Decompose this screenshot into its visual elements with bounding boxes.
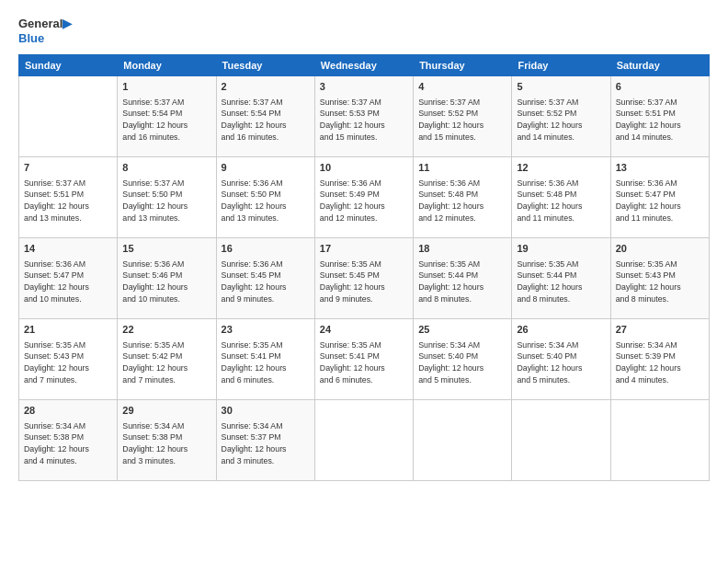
day-number: 8: [122, 161, 210, 175]
day-info: Sunrise: 5:37 AMSunset: 5:52 PMDaylight:…: [418, 97, 506, 144]
day-cell: 27Sunrise: 5:34 AMSunset: 5:39 PMDayligh…: [610, 319, 709, 400]
day-cell: 22Sunrise: 5:35 AMSunset: 5:42 PMDayligh…: [118, 319, 216, 400]
day-info: Sunrise: 5:37 AMSunset: 5:50 PMDaylight:…: [122, 178, 210, 224]
day-cell: [314, 400, 413, 481]
day-cell: 16Sunrise: 5:36 AMSunset: 5:45 PMDayligh…: [216, 238, 314, 319]
day-info: Sunrise: 5:36 AMSunset: 5:47 PMDaylight:…: [24, 259, 112, 305]
day-number: 26: [517, 323, 605, 337]
day-cell: 3Sunrise: 5:37 AMSunset: 5:53 PMDaylight…: [314, 76, 413, 157]
day-cell: 23Sunrise: 5:35 AMSunset: 5:41 PMDayligh…: [216, 319, 314, 400]
day-info: Sunrise: 5:35 AMSunset: 5:42 PMDaylight:…: [122, 339, 210, 386]
week-row-1: 1Sunrise: 5:37 AMSunset: 5:54 PMDaylight…: [19, 76, 710, 157]
day-info: Sunrise: 5:37 AMSunset: 5:51 PMDaylight:…: [616, 97, 704, 144]
day-cell: [512, 400, 610, 481]
day-number: 25: [418, 323, 506, 337]
day-number: 18: [418, 242, 506, 256]
day-info: Sunrise: 5:36 AMSunset: 5:49 PMDaylight:…: [320, 178, 408, 224]
day-info: Sunrise: 5:35 AMSunset: 5:43 PMDaylight:…: [24, 339, 112, 386]
calendar-table: SundayMondayTuesdayWednesdayThursdayFrid…: [18, 54, 710, 481]
day-cell: [19, 76, 118, 157]
day-info: Sunrise: 5:37 AMSunset: 5:51 PMDaylight:…: [24, 178, 112, 224]
day-cell: 17Sunrise: 5:35 AMSunset: 5:45 PMDayligh…: [314, 238, 413, 319]
day-number: 15: [122, 242, 210, 256]
header-cell-friday: Friday: [512, 55, 610, 76]
day-cell: 9Sunrise: 5:36 AMSunset: 5:50 PMDaylight…: [216, 157, 314, 238]
day-number: 19: [517, 242, 605, 256]
day-number: 29: [122, 404, 210, 418]
day-cell: 19Sunrise: 5:35 AMSunset: 5:44 PMDayligh…: [512, 238, 610, 319]
day-info: Sunrise: 5:36 AMSunset: 5:50 PMDaylight:…: [222, 178, 310, 224]
calendar-body: 1Sunrise: 5:37 AMSunset: 5:54 PMDaylight…: [19, 76, 710, 481]
header-cell-tuesday: Tuesday: [216, 55, 314, 76]
day-cell: 7Sunrise: 5:37 AMSunset: 5:51 PMDaylight…: [19, 157, 118, 238]
day-cell: 28Sunrise: 5:34 AMSunset: 5:38 PMDayligh…: [19, 400, 118, 481]
day-cell: [610, 400, 709, 481]
week-row-2: 7Sunrise: 5:37 AMSunset: 5:51 PMDaylight…: [19, 157, 710, 238]
week-row-3: 14Sunrise: 5:36 AMSunset: 5:47 PMDayligh…: [19, 238, 710, 319]
day-cell: 10Sunrise: 5:36 AMSunset: 5:49 PMDayligh…: [314, 157, 413, 238]
day-cell: [414, 400, 512, 481]
day-cell: 26Sunrise: 5:34 AMSunset: 5:40 PMDayligh…: [512, 319, 610, 400]
page: General▶ Blue SundayMondayTuesdayWednesd…: [0, 0, 728, 563]
day-cell: 6Sunrise: 5:37 AMSunset: 5:51 PMDaylight…: [610, 76, 709, 157]
day-info: Sunrise: 5:36 AMSunset: 5:47 PMDaylight:…: [616, 178, 704, 224]
calendar-header: SundayMondayTuesdayWednesdayThursdayFrid…: [19, 55, 710, 76]
day-cell: 14Sunrise: 5:36 AMSunset: 5:47 PMDayligh…: [19, 238, 118, 319]
day-cell: 25Sunrise: 5:34 AMSunset: 5:40 PMDayligh…: [414, 319, 512, 400]
day-info: Sunrise: 5:34 AMSunset: 5:40 PMDaylight:…: [418, 339, 506, 386]
day-info: Sunrise: 5:36 AMSunset: 5:46 PMDaylight:…: [122, 259, 210, 305]
logo-blue: Blue: [18, 31, 72, 46]
header-cell-saturday: Saturday: [610, 55, 709, 76]
day-number: 16: [222, 242, 310, 256]
day-number: 9: [222, 161, 310, 175]
day-number: 24: [320, 323, 408, 337]
day-number: 30: [222, 404, 310, 418]
day-info: Sunrise: 5:34 AMSunset: 5:40 PMDaylight:…: [517, 339, 605, 386]
header-cell-thursday: Thursday: [414, 55, 512, 76]
day-info: Sunrise: 5:35 AMSunset: 5:44 PMDaylight:…: [517, 259, 605, 305]
day-info: Sunrise: 5:35 AMSunset: 5:45 PMDaylight:…: [320, 259, 408, 305]
day-cell: 20Sunrise: 5:35 AMSunset: 5:43 PMDayligh…: [610, 238, 709, 319]
day-number: 13: [616, 161, 704, 175]
day-cell: 15Sunrise: 5:36 AMSunset: 5:46 PMDayligh…: [118, 238, 216, 319]
day-info: Sunrise: 5:35 AMSunset: 5:41 PMDaylight:…: [222, 339, 310, 386]
day-cell: 21Sunrise: 5:35 AMSunset: 5:43 PMDayligh…: [19, 319, 118, 400]
day-number: 4: [418, 80, 506, 94]
day-cell: 30Sunrise: 5:34 AMSunset: 5:37 PMDayligh…: [216, 400, 314, 481]
day-info: Sunrise: 5:37 AMSunset: 5:54 PMDaylight:…: [222, 97, 310, 144]
logo-general: General▶: [18, 17, 72, 31]
day-number: 27: [616, 323, 704, 337]
day-info: Sunrise: 5:34 AMSunset: 5:38 PMDaylight:…: [122, 420, 210, 467]
day-cell: 4Sunrise: 5:37 AMSunset: 5:52 PMDaylight…: [414, 76, 512, 157]
day-info: Sunrise: 5:37 AMSunset: 5:53 PMDaylight:…: [320, 97, 408, 144]
day-number: 21: [24, 323, 112, 337]
day-number: 14: [24, 242, 112, 256]
day-cell: 24Sunrise: 5:35 AMSunset: 5:41 PMDayligh…: [314, 319, 413, 400]
day-cell: 18Sunrise: 5:35 AMSunset: 5:44 PMDayligh…: [414, 238, 512, 319]
day-cell: 13Sunrise: 5:36 AMSunset: 5:47 PMDayligh…: [610, 157, 709, 238]
day-info: Sunrise: 5:36 AMSunset: 5:48 PMDaylight:…: [517, 178, 605, 224]
day-info: Sunrise: 5:35 AMSunset: 5:43 PMDaylight:…: [616, 259, 704, 305]
day-info: Sunrise: 5:34 AMSunset: 5:38 PMDaylight:…: [24, 420, 112, 467]
day-info: Sunrise: 5:36 AMSunset: 5:48 PMDaylight:…: [418, 178, 506, 224]
day-number: 10: [320, 161, 408, 175]
day-number: 7: [24, 161, 112, 175]
day-number: 12: [517, 161, 605, 175]
day-info: Sunrise: 5:36 AMSunset: 5:45 PMDaylight:…: [222, 259, 310, 305]
day-number: 23: [222, 323, 310, 337]
day-cell: 2Sunrise: 5:37 AMSunset: 5:54 PMDaylight…: [216, 76, 314, 157]
day-number: 20: [616, 242, 704, 256]
header-cell-monday: Monday: [118, 55, 216, 76]
day-info: Sunrise: 5:34 AMSunset: 5:37 PMDaylight:…: [222, 420, 310, 467]
day-number: 1: [122, 80, 210, 94]
week-row-5: 28Sunrise: 5:34 AMSunset: 5:38 PMDayligh…: [19, 400, 710, 481]
header-row: SundayMondayTuesdayWednesdayThursdayFrid…: [19, 55, 710, 76]
header: General▶ Blue: [18, 17, 710, 45]
day-cell: 5Sunrise: 5:37 AMSunset: 5:52 PMDaylight…: [512, 76, 610, 157]
day-info: Sunrise: 5:35 AMSunset: 5:44 PMDaylight:…: [418, 259, 506, 305]
day-info: Sunrise: 5:37 AMSunset: 5:54 PMDaylight:…: [122, 97, 210, 144]
day-cell: 11Sunrise: 5:36 AMSunset: 5:48 PMDayligh…: [414, 157, 512, 238]
day-number: 28: [24, 404, 112, 418]
day-info: Sunrise: 5:37 AMSunset: 5:52 PMDaylight:…: [517, 97, 605, 144]
day-number: 3: [320, 80, 408, 94]
